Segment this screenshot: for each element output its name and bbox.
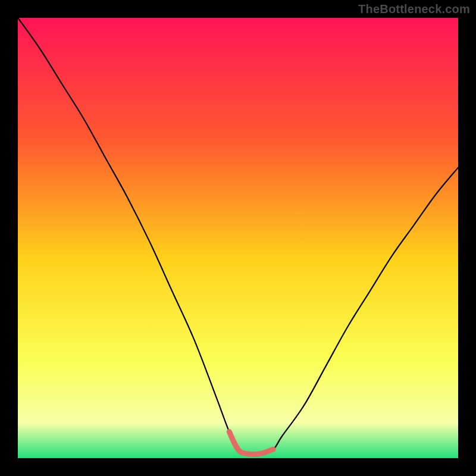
- plot-background: [18, 18, 458, 458]
- chart-frame: TheBottleneck.com: [0, 0, 476, 476]
- watermark-text: TheBottleneck.com: [358, 2, 470, 16]
- bottleneck-chart: [0, 0, 476, 476]
